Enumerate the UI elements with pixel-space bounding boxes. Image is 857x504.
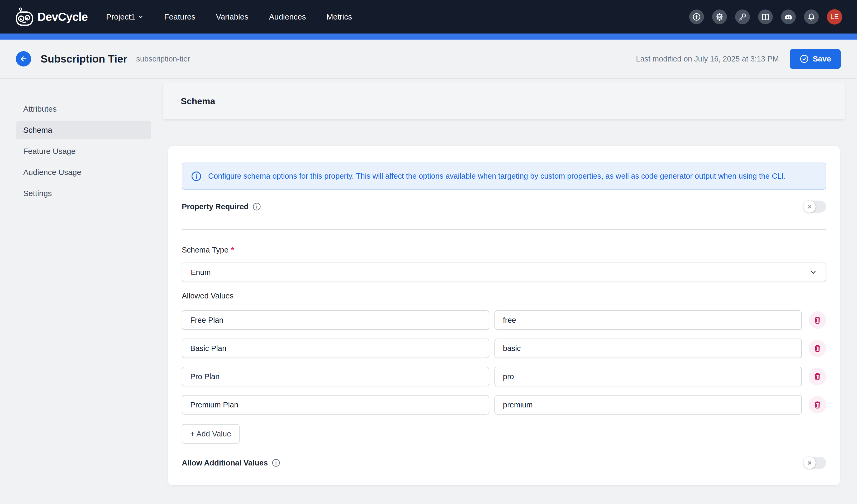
user-avatar[interactable]: LE [827, 9, 842, 24]
save-button[interactable]: Save [790, 49, 841, 69]
info-icon [191, 171, 202, 182]
arrow-left-icon [19, 54, 28, 63]
devcycle-brand[interactable]: DevCycle [16, 7, 88, 27]
page-title: Subscription Tier [40, 53, 127, 65]
toggle-knob-x-icon [803, 457, 816, 469]
trash-icon [813, 343, 822, 353]
primary-nav: Project1 Features Variables Audiences Me… [106, 12, 352, 21]
nav-item-project[interactable]: Project1 [106, 12, 144, 21]
delete-value-button[interactable] [809, 312, 826, 329]
settings-button[interactable] [712, 10, 727, 24]
allowed-value-row [182, 310, 826, 330]
chevron-down-icon [138, 14, 144, 20]
info-banner: Configure schema options for this proper… [182, 163, 826, 190]
toggle-knob-x-icon [803, 201, 816, 213]
nav-item-variables[interactable]: Variables [216, 12, 249, 21]
nav-item-metrics[interactable]: Metrics [327, 12, 352, 21]
delete-value-button[interactable] [809, 396, 826, 414]
open-book-icon [761, 12, 770, 21]
allow-additional-row: Allow Additional Values [182, 457, 826, 469]
sidebar-item-audience-usage[interactable]: Audience Usage [16, 163, 151, 182]
value-label-input[interactable] [182, 310, 489, 330]
trash-icon [813, 315, 822, 325]
allow-additional-info-icon[interactable] [271, 458, 281, 467]
value-key-input[interactable] [494, 395, 802, 415]
navbar-actions: LE [689, 9, 842, 24]
section-title: Schema [181, 96, 215, 106]
nav-item-features[interactable]: Features [164, 12, 195, 21]
back-button[interactable] [16, 51, 31, 67]
required-asterisk: * [231, 246, 234, 254]
sidebar-item-attributes[interactable]: Attributes [16, 100, 151, 118]
page-header: Subscription Tier subscription-tier Last… [0, 39, 857, 79]
section-divider [182, 229, 826, 230]
add-circle-button[interactable] [689, 10, 704, 24]
check-circle-icon [800, 54, 809, 64]
delete-value-button[interactable] [809, 340, 826, 357]
section-header: Schema [163, 83, 845, 119]
add-value-button[interactable]: + Add Value [182, 424, 239, 443]
trash-icon [813, 372, 822, 381]
schema-type-label: Schema Type [182, 246, 229, 254]
gear-icon [715, 12, 724, 21]
schema-type-value: Enum [191, 268, 211, 277]
discord-icon [784, 12, 793, 22]
value-label-input[interactable] [182, 395, 489, 415]
allowed-values-label: Allowed Values [182, 291, 826, 300]
value-label-input[interactable] [182, 367, 489, 386]
chevron-down-icon [809, 268, 817, 276]
api-keys-button[interactable] [735, 10, 750, 24]
value-key-input[interactable] [494, 339, 802, 358]
sidebar-item-schema[interactable]: Schema [16, 121, 151, 139]
settings-sidebar: Attributes Schema Feature Usage Audience… [16, 100, 151, 203]
allowed-value-row [182, 367, 826, 386]
property-required-toggle[interactable] [803, 201, 826, 213]
add-circle-icon [692, 12, 701, 21]
allowed-value-row [182, 339, 826, 358]
devcycle-logo-icon [16, 7, 34, 27]
notifications-button[interactable] [804, 10, 819, 24]
trash-icon [813, 400, 822, 409]
sidebar-item-feature-usage[interactable]: Feature Usage [16, 142, 151, 161]
discord-button[interactable] [781, 10, 796, 24]
property-key: subscription-tier [136, 55, 190, 63]
key-icon [738, 12, 747, 21]
bell-icon [807, 12, 816, 21]
delete-value-button[interactable] [809, 368, 826, 385]
last-modified-text: Last modified on July 16, 2025 at 3:13 P… [636, 55, 779, 63]
allowed-value-row [182, 395, 826, 415]
schema-card: Configure schema options for this proper… [168, 146, 840, 485]
property-required-label: Property Required [182, 202, 249, 211]
allow-additional-label: Allow Additional Values [182, 459, 268, 467]
docs-button[interactable] [758, 10, 773, 24]
info-banner-text: Configure schema options for this proper… [208, 172, 786, 181]
content-area: Attributes Schema Feature Usage Audience… [0, 83, 857, 504]
sidebar-item-settings[interactable]: Settings [16, 184, 151, 203]
top-navbar: DevCycle Project1 Features Variables Aud… [0, 0, 857, 34]
schema-type-label-row: Schema Type * [182, 246, 826, 254]
main-panel: Schema Configure schema options for this… [163, 83, 845, 485]
brand-wordmark: DevCycle [37, 10, 88, 23]
schema-type-select[interactable]: Enum [182, 263, 826, 282]
nav-item-audiences[interactable]: Audiences [269, 12, 306, 21]
value-label-input[interactable] [182, 339, 489, 358]
property-required-row: Property Required [182, 201, 826, 213]
value-key-input[interactable] [494, 367, 802, 386]
property-required-info-icon[interactable] [252, 202, 261, 211]
accent-strip [0, 34, 857, 39]
value-key-input[interactable] [494, 310, 802, 330]
allow-additional-toggle[interactable] [803, 457, 826, 469]
